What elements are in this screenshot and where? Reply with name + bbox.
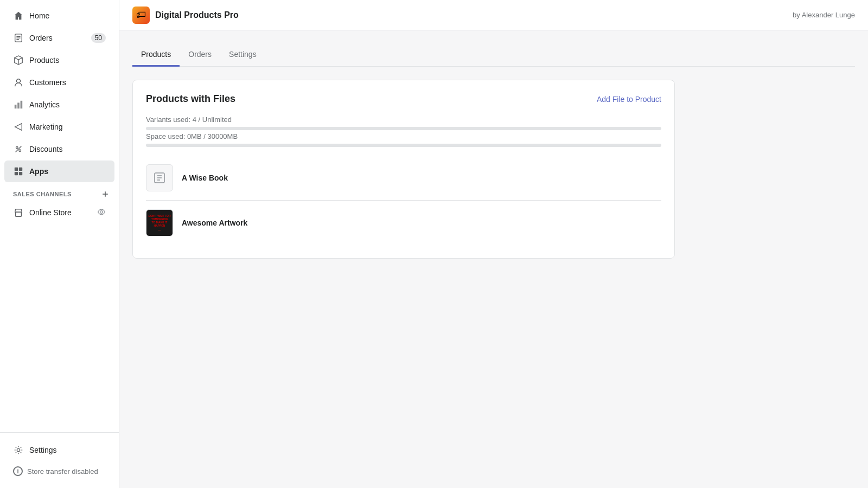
online-store-label: Online Store (29, 208, 72, 217)
space-used-info: Space used: 0MB / 30000MB (146, 132, 661, 140)
product-name-awesome-artwork: Awesome Artwork (182, 219, 247, 227)
tab-settings[interactable]: Settings (220, 43, 265, 67)
svg-rect-17 (19, 172, 22, 175)
svg-rect-9 (17, 102, 20, 108)
svg-point-22 (17, 448, 20, 451)
app-author: by Alexander Lunge (793, 11, 855, 19)
tabs: Products Orders Settings (132, 43, 855, 67)
page-content: Products Orders Settings Products with F… (119, 30, 868, 488)
sidebar-item-orders[interactable]: Orders 50 (4, 27, 114, 49)
svg-line-6 (18, 58, 22, 60)
svg-point-12 (19, 150, 21, 152)
sidebar-discounts-label: Discounts (29, 145, 62, 153)
sidebar-orders-label: Orders (29, 34, 53, 42)
product-thumb-wise-book (146, 164, 173, 191)
sidebar-item-home[interactable]: Home (4, 5, 114, 27)
product-thumb-awesome-artwork: DON'T WAIT FOR TOMORROWTO MAKE IT HAPPEN… (146, 209, 173, 236)
sidebar-footer: Settings i Store transfer disabled (0, 432, 119, 488)
settings-label: Settings (29, 446, 57, 454)
card-title: Products with Files (146, 93, 235, 105)
svg-rect-8 (15, 105, 17, 108)
store-visibility-icon[interactable] (97, 208, 106, 218)
sidebar-marketing-label: Marketing (29, 123, 62, 131)
sidebar-apps-label: Apps (29, 167, 48, 176)
marketing-icon (13, 121, 24, 132)
card-header: Products with Files Add File to Product (146, 93, 661, 105)
space-progress-bar (146, 144, 661, 147)
sidebar-item-settings[interactable]: Settings (4, 439, 114, 461)
store-transfer-label: Store transfer disabled (27, 467, 98, 476)
tab-products[interactable]: Products (132, 43, 180, 67)
svg-line-5 (15, 58, 18, 60)
orders-badge: 50 (91, 33, 106, 43)
orders-icon (13, 33, 24, 43)
store-icon (13, 207, 24, 218)
products-icon (13, 55, 24, 66)
apps-icon (13, 166, 24, 177)
sales-channels-label: SALES CHANNELS (13, 191, 72, 197)
add-sales-channel-icon[interactable] (100, 189, 110, 199)
sidebar: Home Orders 50 Products Customers (0, 0, 119, 488)
sidebar-item-analytics[interactable]: Analytics (4, 94, 114, 115)
app-header: 🏷 Digital Products Pro by Alexander Lung… (119, 0, 868, 30)
svg-rect-20 (16, 212, 22, 216)
add-file-to-product-link[interactable]: Add File to Product (597, 95, 661, 104)
product-item-awesome-artwork[interactable]: DON'T WAIT FOR TOMORROWTO MAKE IT HAPPEN… (146, 201, 661, 245)
home-icon (13, 10, 24, 21)
sidebar-customers-label: Customers (29, 78, 66, 87)
sidebar-analytics-label: Analytics (29, 100, 60, 109)
analytics-icon (13, 99, 24, 110)
svg-point-11 (16, 147, 18, 149)
sidebar-item-online-store[interactable]: Online Store (4, 202, 114, 223)
sidebar-item-products[interactable]: Products (4, 49, 114, 71)
product-item-wise-book[interactable]: A Wise Book (146, 156, 661, 201)
variants-progress-bar (146, 127, 661, 130)
variants-used-info: Variants used: 4 / Unlimited (146, 115, 661, 124)
app-title: Digital Products Pro (155, 10, 239, 20)
sidebar-item-marketing[interactable]: Marketing (4, 116, 114, 138)
products-with-files-card: Products with Files Add File to Product … (132, 80, 675, 259)
customers-icon (13, 77, 24, 88)
svg-rect-14 (15, 168, 18, 171)
sidebar-item-customers[interactable]: Customers (4, 72, 114, 93)
info-icon: i (13, 466, 23, 476)
svg-rect-10 (21, 101, 23, 108)
sidebar-products-label: Products (29, 56, 59, 65)
svg-point-7 (16, 79, 20, 83)
sidebar-item-apps[interactable]: Apps (4, 160, 114, 182)
sidebar-home-label: Home (29, 11, 49, 20)
svg-point-21 (100, 210, 103, 213)
app-logo: 🏷 (132, 7, 150, 24)
store-transfer-info: i Store transfer disabled (4, 461, 114, 481)
sales-channels-section: SALES CHANNELS (0, 183, 119, 201)
svg-rect-16 (15, 172, 18, 175)
sidebar-nav: Home Orders 50 Products Customers (0, 0, 119, 432)
main-content: 🏷 Digital Products Pro by Alexander Lung… (119, 0, 868, 488)
product-list: A Wise Book DON'T WAIT FOR TOMORROWTO MA… (146, 156, 661, 245)
logo-emoji: 🏷 (136, 9, 146, 21)
discounts-icon (13, 144, 24, 155)
product-name-wise-book: A Wise Book (182, 174, 228, 182)
sidebar-item-discounts[interactable]: Discounts (4, 138, 114, 160)
settings-icon (13, 445, 24, 455)
svg-rect-15 (19, 168, 22, 171)
app-header-left: 🏷 Digital Products Pro (132, 7, 239, 24)
tab-orders[interactable]: Orders (180, 43, 220, 67)
